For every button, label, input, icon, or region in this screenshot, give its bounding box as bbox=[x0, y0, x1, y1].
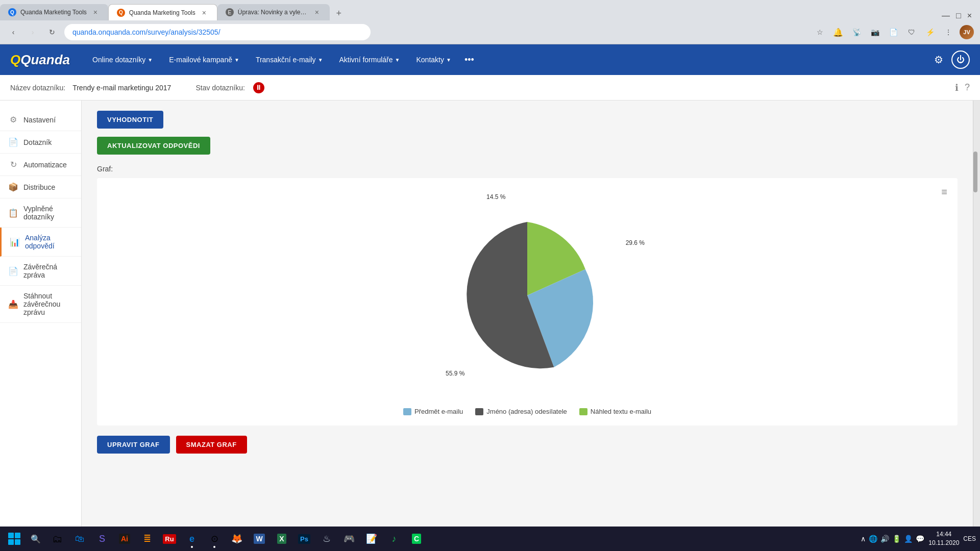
taskbar-app-spotify[interactable]: ♪ bbox=[384, 529, 404, 549]
rss-icon[interactable]: 📡 bbox=[849, 25, 864, 39]
sidebar-item-distribuce[interactable]: 📦 Distribuce bbox=[0, 176, 81, 198]
tab-close-1[interactable]: × bbox=[91, 8, 100, 17]
automation-icon: ↻ bbox=[8, 160, 18, 169]
legend-color-nahled bbox=[579, 408, 587, 415]
taskbar-app-steam[interactable]: ♨ bbox=[316, 529, 337, 549]
taskbar-app-photoshop[interactable]: Ps bbox=[294, 529, 314, 549]
sidebar-item-vyplnene[interactable]: 📋 Vyplněné dotazníky bbox=[0, 198, 81, 228]
taskbar: 🔍 🗂 🛍 S Ai ≣ Ru e ⊙ 🦊 W X Ps ♨ 🎮 📝 bbox=[0, 527, 980, 551]
settings-icon[interactable]: ⚙ bbox=[934, 54, 943, 66]
nav-transakcni-emaily[interactable]: Transakční e-maily ▼ bbox=[249, 52, 330, 68]
chart-menu-icon[interactable]: ≡ bbox=[941, 186, 947, 198]
tray-network-icon[interactable]: 🌐 bbox=[869, 535, 877, 543]
tray-message-icon[interactable]: 💬 bbox=[916, 535, 924, 543]
shield-icon[interactable]: 🛡 bbox=[904, 25, 919, 39]
edit-chart-button[interactable]: UPRAVIT GRAF bbox=[97, 436, 170, 454]
evaluate-button[interactable]: VYHODNOTIT bbox=[97, 111, 163, 129]
legend-label-predmet: Předmět e-mailu bbox=[414, 408, 463, 415]
browser-chrome: Q Quanda Marketing Tools × Q Quanda Mark… bbox=[0, 0, 980, 44]
taskbar-app-game[interactable]: 🎮 bbox=[339, 529, 359, 549]
taskbar-app-adobe[interactable]: Ai bbox=[114, 529, 135, 549]
taskbar-app-green[interactable]: C bbox=[406, 529, 427, 549]
taskbar-app-firefox[interactable]: 🦊 bbox=[227, 529, 247, 549]
dropdown-arrow-3: ▼ bbox=[395, 57, 400, 63]
sidebar-item-nastaveni[interactable]: ⚙ Nastavení bbox=[0, 109, 81, 131]
taskbar-date: 10.11.2020 bbox=[928, 539, 959, 547]
browser-tab-3[interactable]: E Úprava: Novinky a vylepšení v D... × bbox=[217, 4, 330, 20]
taskbar-app-store[interactable]: 🛍 bbox=[69, 529, 90, 549]
survey-status-label: Stav dotazníku: bbox=[195, 84, 245, 92]
new-tab-button[interactable]: + bbox=[332, 6, 346, 20]
tab-close-2[interactable]: × bbox=[200, 8, 209, 17]
taskbar-search-button[interactable]: 🔍 bbox=[27, 530, 45, 548]
browser-tab-1[interactable]: Q Quanda Marketing Tools × bbox=[0, 4, 108, 20]
taskbar-app-excel[interactable]: X bbox=[272, 529, 292, 549]
main-nav: Online dotazníky ▼ E-mailové kampaně ▼ T… bbox=[85, 51, 919, 69]
taskbar-app-edge[interactable]: e bbox=[182, 529, 202, 549]
tray-people-icon[interactable]: 👤 bbox=[904, 535, 913, 543]
sidebar-label-distribuce: Distribuce bbox=[23, 183, 55, 191]
delete-chart-button[interactable]: SMAZAT GRAF bbox=[176, 436, 247, 454]
legend-label-nahled: Náhled textu e-mailu bbox=[591, 408, 651, 415]
sidebar-label-nastaveni: Nastavení bbox=[23, 116, 56, 124]
app-header: QQuanda Online dotazníky ▼ E-mailové kam… bbox=[0, 44, 980, 75]
taskbar-time-display[interactable]: 14:44 10.11.2020 bbox=[928, 530, 959, 547]
main-layout: ⚙ Nastavení 📄 Dotazník ↻ Automatizace 📦 … bbox=[0, 101, 980, 551]
sidebar-item-dotaznik[interactable]: 📄 Dotazník bbox=[0, 131, 81, 154]
start-button[interactable] bbox=[4, 529, 24, 549]
forward-button[interactable]: › bbox=[26, 25, 40, 39]
address-input[interactable] bbox=[64, 24, 371, 40]
tab-close-3[interactable]: × bbox=[312, 8, 322, 17]
extensions-icon[interactable]: ⚡ bbox=[923, 25, 937, 39]
settings-icon: ⚙ bbox=[8, 115, 18, 124]
nav-more-button[interactable]: ••• bbox=[460, 51, 478, 69]
taskbar-app-notes[interactable]: 📝 bbox=[361, 529, 382, 549]
bookmark-icon[interactable]: ☆ bbox=[813, 25, 827, 39]
sidebar-item-automatizace[interactable]: ↻ Automatizace bbox=[0, 154, 81, 176]
download-icon: 📥 bbox=[8, 299, 18, 309]
taskbar-app-pen[interactable]: S bbox=[92, 529, 112, 549]
screenshot-icon[interactable]: 📷 bbox=[868, 25, 882, 39]
help-icon[interactable]: ? bbox=[965, 82, 970, 93]
browser-tab-2[interactable]: Q Quanda Marketing Tools × bbox=[108, 4, 217, 20]
taskbar-language[interactable]: CES bbox=[963, 535, 976, 542]
scrollbar-area[interactable] bbox=[973, 101, 980, 551]
nav-emailove-kampane[interactable]: E-mailové kampaně ▼ bbox=[162, 52, 247, 68]
scrollbar-thumb[interactable] bbox=[973, 152, 977, 192]
sidebar-item-analyza[interactable]: 📊 Analýza odpovědí bbox=[0, 228, 81, 257]
tray-volume-icon[interactable]: 🔊 bbox=[880, 535, 889, 543]
sidebar-item-stahnout[interactable]: 📥 Stáhnout závěrečnou zprávu bbox=[0, 286, 81, 323]
info-icon[interactable]: ℹ bbox=[955, 82, 959, 93]
minimize-button[interactable]: — bbox=[942, 11, 950, 20]
nav-online-dotazniky[interactable]: Online dotazníky ▼ bbox=[85, 52, 160, 68]
profile-icon[interactable]: JV bbox=[960, 25, 974, 39]
tray-up-arrow[interactable]: ∧ bbox=[861, 535, 866, 543]
notification-icon[interactable]: 🔔 bbox=[831, 25, 845, 39]
sidebar-label-zaverecna: Závěrečná zpráva bbox=[23, 263, 73, 279]
top-buttons: VYHODNOTIT bbox=[97, 111, 958, 129]
nav-aktivni-formulare[interactable]: Aktivní formuláře ▼ bbox=[332, 52, 407, 68]
tray-battery-icon[interactable]: 🔋 bbox=[892, 535, 901, 543]
taskbar-app-word[interactable]: W bbox=[249, 529, 270, 549]
update-answers-button[interactable]: AKTUALIZOVAT ODPOVĚDI bbox=[97, 137, 210, 155]
header-right: ⚙ ⏻ bbox=[934, 51, 970, 69]
nav-kontakty[interactable]: Kontakty ▼ bbox=[409, 52, 458, 68]
taskbar-app-files[interactable]: 🗂 bbox=[47, 529, 67, 549]
taskbar-app-ruby[interactable]: Ru bbox=[159, 529, 180, 549]
power-button[interactable]: ⏻ bbox=[951, 51, 970, 69]
sidebar-item-zaverecna[interactable]: 📄 Závěrečná zpráva bbox=[0, 257, 81, 286]
sidebar-label-automatizace: Automatizace bbox=[23, 161, 67, 169]
app-logo[interactable]: QQuanda bbox=[10, 52, 70, 68]
pdf-icon[interactable]: 📄 bbox=[886, 25, 900, 39]
sub-header: Název dotazníku: Trendy e-mail marketing… bbox=[0, 75, 980, 101]
menu-icon[interactable]: ⋮ bbox=[941, 25, 955, 39]
taskbar-app-stacks[interactable]: ≣ bbox=[137, 529, 157, 549]
close-button[interactable]: × bbox=[967, 11, 972, 20]
refresh-button[interactable]: ↻ bbox=[45, 25, 59, 39]
taskbar-app-chrome[interactable]: ⊙ bbox=[204, 529, 225, 549]
browser-toolbar-icons: ☆ 🔔 📡 📷 📄 🛡 ⚡ ⋮ JV bbox=[813, 25, 974, 39]
dropdown-arrow-4: ▼ bbox=[446, 57, 451, 63]
maximize-button[interactable]: □ bbox=[956, 11, 961, 20]
analysis-icon: 📊 bbox=[10, 237, 20, 247]
back-button[interactable]: ‹ bbox=[6, 25, 20, 39]
